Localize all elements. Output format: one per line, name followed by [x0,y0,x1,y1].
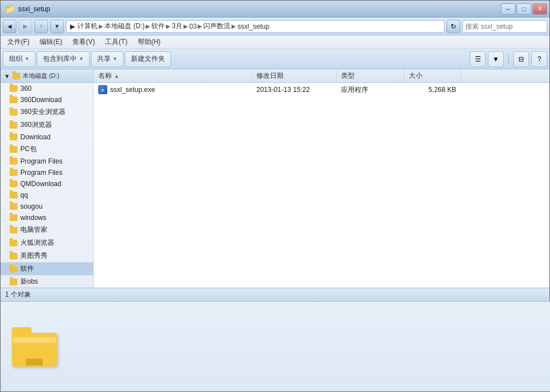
col-type-label: 类型 [341,71,355,81]
folder-icon [10,203,18,210]
library-label: 包含到库中 [43,54,77,64]
folder-icon [10,266,18,272]
preview-pane-button[interactable]: ⊟ [513,51,529,67]
folder-icon [10,214,18,221]
share-button[interactable]: 共享 ▼ [91,51,124,67]
toolbar-separator [508,54,509,65]
organize-label: 组织 [9,54,23,64]
sidebar-item-label: qq [20,191,28,199]
sidebar-item-programfiles2[interactable]: Program Files [1,167,93,178]
sidebar-item-software[interactable]: 软件 [1,262,93,275]
organize-arrow: ▼ [25,56,29,61]
search-bar[interactable]: 🔍 [462,20,547,33]
menu-edit[interactable]: 编辑(E) [35,36,67,48]
sidebar-item-programfiles1[interactable]: Program Files [1,156,93,167]
sidebar-item-newobs[interactable]: 新obs [1,275,93,288]
breadcrumb[interactable]: ▶ 计算机 ▶ 本地磁盘 (D:) ▶ 软件 ▶ 3月 ▶ 03 ▶ 闪声数流 … [66,20,444,33]
sidebar-item-qq[interactable]: qq [1,190,93,201]
sidebar-item-label: 360浏览器 [20,120,52,130]
library-button[interactable]: 包含到库中 ▼ [37,51,90,67]
up-button[interactable]: ↑ [34,20,48,33]
folder-icon [10,158,18,165]
sidebar-item-qmdownload[interactable]: QMDownload [1,178,93,190]
col-size-label: 大小 [409,71,422,81]
sidebar-item-label: 火狐浏览器 [20,238,54,248]
breadcrumb-sep6: ▶ [232,23,236,29]
view-details-button[interactable]: ☰ [470,51,486,67]
share-label: 共享 [97,54,111,64]
sidebar-item-360[interactable]: 360 [1,83,93,94]
menu-help[interactable]: 帮助(H) [133,36,165,48]
col-name[interactable]: 名称 ▲ [94,69,252,82]
sidebar-item-label: Program Files [20,157,63,165]
sidebar-item-download[interactable]: Download [1,131,93,143]
breadcrumb-computer[interactable]: 计算机 [77,21,98,31]
titlebar: 📁 ssxl_setup ─ □ ✕ [1,1,549,17]
col-date[interactable]: 修改日期 [252,69,337,82]
file-type: 应用程序 [341,85,368,95]
sidebar-item-pcpack[interactable]: PC包 [1,143,93,156]
recent-button[interactable]: ▼ [50,20,64,33]
sidebar-item-firefox[interactable]: 火狐浏览器 [1,236,93,249]
sidebar-item-label: 360安全浏览器 [20,107,66,117]
table-row[interactable]: e ssxl_setup.exe 2013-01-13 15:22 应用程序 5… [94,83,549,96]
file-type-cell: 应用程序 [337,85,404,95]
file-size: 5,268 KB [429,86,456,94]
sidebar-item-meitu[interactable]: 美图秀秀 [1,249,93,262]
sidebar-item-360browser2[interactable]: 360浏览器 [1,118,93,131]
back-button[interactable]: ◀ [3,20,16,33]
menu-tools[interactable]: 工具(T) [101,36,132,48]
view-dropdown-button[interactable]: ▼ [488,51,504,67]
sidebar-item-360download[interactable]: 360Download [1,94,93,105]
sidebar-item-pcmanager[interactable]: 电脑管家 [1,223,93,236]
minimize-button[interactable]: ─ [501,3,516,15]
sidebar-root-icon [12,73,20,80]
breadcrumb-flash[interactable]: 闪声数流 [203,21,230,31]
sidebar-item-windows[interactable]: windows [1,212,93,223]
titlebar-left: 📁 ssxl_setup [5,5,501,14]
breadcrumb-sep4: ▶ [184,23,188,29]
file-name-cell: e ssxl_setup.exe [94,85,252,94]
sidebar-item-sougou[interactable]: sougou [1,201,93,212]
sidebar-item-360browser[interactable]: 360安全浏览器 [1,105,93,118]
help-button[interactable]: ? [531,51,547,67]
menu-file[interactable]: 文件(F) [3,36,34,48]
new-folder-button[interactable]: 新建文件夹 [125,51,171,67]
sidebar-root[interactable]: ▼ 本地磁盘 (D:) [1,69,93,83]
sidebar-item-label: 360 [20,85,32,93]
folder-icon [10,134,18,140]
breadcrumb-item: ▶ [70,23,75,30]
sidebar-item-label: 360Download [20,96,62,104]
refresh-button[interactable]: ↻ [447,20,460,33]
menu-view[interactable]: 查看(V) [68,36,99,48]
help-icon: ? [538,55,542,63]
breadcrumb-software[interactable]: 软件 [151,21,165,31]
sidebar-item-label: Program Files [20,169,63,177]
view-dropdown-icon: ▼ [492,55,499,63]
back-icon: ◀ [7,23,12,29]
folder-icon [10,96,18,103]
breadcrumb-day[interactable]: 03 [189,23,197,30]
toolbar-right: ☰ ▼ ⊟ ? [470,51,547,67]
breadcrumb-drive[interactable]: 本地磁盘 (D:) [104,21,145,31]
maximize-button[interactable]: □ [517,3,531,15]
titlebar-buttons: ─ □ ✕ [501,3,547,15]
close-button[interactable]: ✕ [532,3,547,15]
breadcrumb-sep3: ▶ [166,23,171,29]
col-size[interactable]: 大小 [404,69,461,82]
col-type[interactable]: 类型 [337,69,404,82]
organize-button[interactable]: 组织 ▼ [3,51,36,67]
library-arrow: ▼ [79,56,84,61]
preview-icon: ⊟ [518,55,524,63]
statusbar: 1 个对象 [1,288,549,301]
search-input[interactable] [463,23,547,30]
sidebar-item-label: sougou [20,202,42,210]
sidebar-item-label: 新obs [20,277,38,287]
file-date: 2013-01-13 15:22 [256,86,310,94]
folder-tab [12,327,32,333]
breadcrumb-month[interactable]: 3月 [172,21,182,31]
forward-button[interactable]: ▶ [19,20,32,33]
sidebar-item-label: 美图秀秀 [20,251,47,261]
breadcrumb-current[interactable]: ssxl_setup [237,23,269,30]
share-arrow: ▼ [113,56,117,61]
